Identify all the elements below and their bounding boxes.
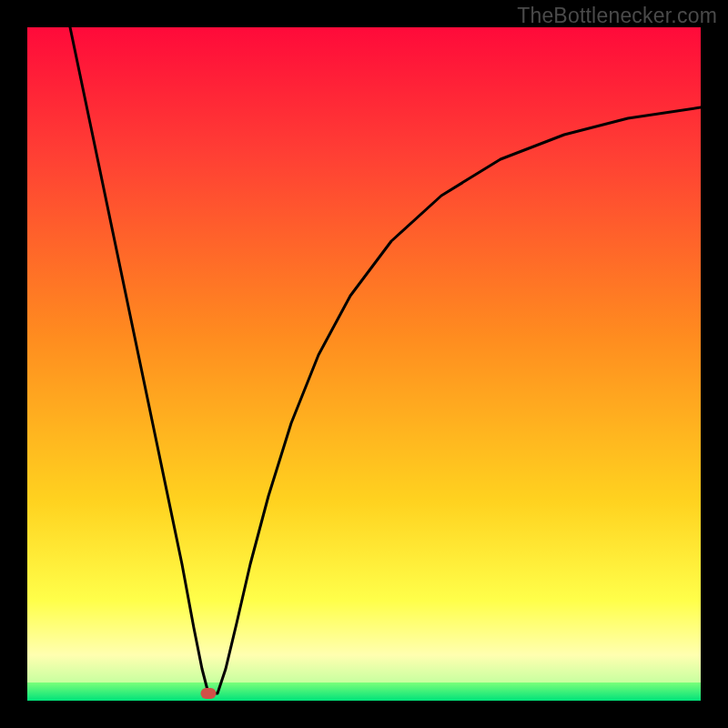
curve-path xyxy=(70,27,701,693)
chart-frame: TheBottlenecker.com xyxy=(0,0,728,728)
plot-area xyxy=(27,27,701,701)
bottleneck-curve xyxy=(27,27,701,701)
optimum-marker xyxy=(201,688,217,699)
watermark-text: TheBottlenecker.com xyxy=(517,4,717,28)
